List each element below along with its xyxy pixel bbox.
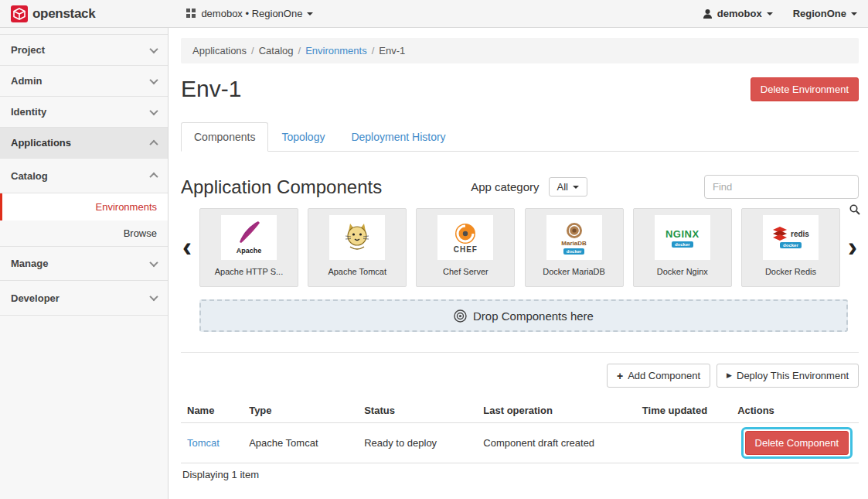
sidebar-item-label: Admin	[11, 75, 42, 87]
component-card-label: Apache Tomcat	[328, 267, 386, 276]
component-last-operation-cell: Component draft created	[477, 423, 636, 463]
openstack-brand[interactable]: openstack	[11, 5, 95, 22]
component-card-label: Docker MariaDB	[543, 267, 605, 276]
project-region-switcher[interactable]: demobox • RegionOne	[186, 8, 313, 19]
sidebar-item-admin[interactable]: Admin	[0, 66, 168, 97]
find-input[interactable]	[704, 175, 859, 199]
sidebar-item-label: Developer	[11, 292, 60, 304]
sidebar-item-catalog[interactable]: Catalog	[0, 159, 168, 193]
sidebar-item-applications[interactable]: Applications	[0, 128, 168, 159]
sidebar-item-developer[interactable]: Developer	[0, 281, 168, 316]
chevron-down-icon	[149, 75, 158, 84]
sidebar-item-identity[interactable]: Identity	[0, 97, 168, 128]
delete-component-button[interactable]: Delete Component	[745, 431, 849, 455]
component-card-chef-server[interactable]: CHEF Chef Server	[416, 208, 515, 287]
find-wrap	[704, 175, 859, 199]
component-status-cell: Ready to deploy	[358, 423, 477, 463]
topbar-right: demobox RegionOne	[703, 8, 857, 19]
grid-icon	[186, 9, 196, 19]
drop-components-zone[interactable]: Drop Components here	[199, 299, 848, 332]
sidebar-item-label: Identity	[11, 106, 46, 118]
component-cards: Apache Apache HTTP S...	[199, 208, 840, 287]
chevron-up-icon	[149, 173, 158, 181]
tab-topology[interactable]: Topology	[268, 122, 338, 152]
col-type: Type	[243, 398, 358, 423]
sidebar-item-label: Project	[11, 44, 45, 56]
search-icon[interactable]	[849, 204, 860, 215]
component-card-label: Docker Redis	[765, 267, 816, 276]
add-component-button[interactable]: + Add Component	[607, 364, 710, 388]
table-header-row: Name Type Status Last operation Time upd…	[181, 398, 859, 423]
component-card-apache-http[interactable]: Apache Apache HTTP S...	[199, 208, 298, 287]
chevron-down-icon	[307, 12, 313, 15]
component-card-docker-mariadb[interactable]: MariaDB docker Docker MariaDB	[525, 208, 624, 287]
breadcrumb: Applications/Catalog/Environments/Env-1	[181, 38, 859, 63]
plus-icon: +	[617, 371, 623, 381]
dropzone-label: Drop Components here	[473, 309, 594, 323]
col-status: Status	[358, 398, 477, 423]
table-footer: Displaying 1 item	[181, 463, 859, 486]
region-menu-label: RegionOne	[793, 8, 846, 19]
top-navbar: openstack demobox • RegionOne demobox Re…	[0, 0, 868, 28]
chevron-down-icon	[149, 258, 158, 266]
sidebar-item-environments[interactable]: Environments	[0, 193, 168, 220]
component-card-label: Chef Server	[443, 267, 488, 276]
col-name: Name	[181, 398, 243, 423]
component-card-docker-nginx[interactable]: NGINX docker Docker Nginx	[633, 208, 732, 287]
tab-deployment-history[interactable]: Deployment History	[338, 122, 458, 152]
section-title: Application Components	[181, 176, 382, 198]
openstack-logo-icon	[11, 5, 28, 22]
table-toolbar: + Add Component ▶ Deploy This Environmen…	[181, 364, 859, 388]
chevron-down-icon	[573, 186, 579, 189]
docker-badge: docker	[780, 242, 802, 248]
chevron-down-icon	[767, 12, 773, 15]
component-type-cell: Apache Tomcat	[243, 423, 358, 463]
components-carousel: ‹ Apache Apache HTTP S...	[181, 208, 859, 287]
chevron-down-icon	[149, 106, 158, 114]
category-dropdown[interactable]: All	[549, 177, 587, 197]
section-divider	[181, 352, 859, 353]
col-last-operation: Last operation	[477, 398, 636, 423]
tab-components[interactable]: Components	[181, 122, 268, 152]
sidebar-spacer	[0, 28, 168, 35]
delete-environment-button[interactable]: Delete Environment	[751, 77, 859, 101]
region-menu[interactable]: RegionOne	[793, 8, 857, 19]
page-title: Env-1	[181, 76, 241, 102]
chef-swirl-icon: CHEF	[437, 215, 493, 260]
sidebar-item-browse[interactable]: Browse	[0, 220, 168, 246]
user-icon	[703, 9, 713, 19]
focus-highlight-ring: Delete Component	[741, 427, 853, 459]
carousel-prev-button[interactable]: ‹	[181, 234, 193, 261]
chevron-up-icon	[149, 139, 158, 148]
component-card-apache-tomcat[interactable]: Apache Tomcat	[308, 208, 407, 287]
mariadb-seal-icon: MariaDB docker	[546, 215, 602, 260]
brand-wordmark: openstack	[32, 6, 95, 22]
carousel-next-button[interactable]: ›	[846, 234, 859, 261]
deploy-environment-button[interactable]: ▶ Deploy This Environment	[717, 364, 859, 388]
chevron-down-icon	[149, 292, 158, 301]
sidebar-item-project[interactable]: Project	[0, 35, 168, 66]
breadcrumb-applications: Applications	[192, 45, 247, 56]
sidebar-item-label: Browse	[124, 227, 157, 239]
breadcrumb-environments-link[interactable]: Environments	[305, 45, 366, 56]
chevron-down-icon	[149, 44, 158, 53]
tab-bar: Components Topology Deployment History	[181, 122, 859, 152]
sidebar-nav: Project Admin Identity Applications Cata…	[0, 28, 168, 499]
components-table: Name Type Status Last operation Time upd…	[181, 398, 859, 463]
component-card-label: Apache HTTP S...	[215, 267, 283, 276]
component-card-label: Docker Nginx	[657, 267, 708, 276]
project-region-label: demobox • RegionOne	[201, 8, 302, 19]
app-category-label: App category	[471, 180, 539, 193]
sidebar-item-label: Applications	[11, 137, 71, 149]
user-menu[interactable]: demobox	[703, 8, 773, 19]
sidebar-item-label: Manage	[11, 258, 48, 269]
add-component-label: Add Component	[628, 370, 700, 381]
component-time-updated-cell	[636, 423, 731, 463]
component-name-link[interactable]: Tomcat	[187, 437, 220, 449]
sidebar-item-manage[interactable]: Manage	[0, 246, 168, 281]
chevron-down-icon	[851, 12, 857, 15]
category-dropdown-value: All	[557, 181, 568, 193]
main-content: Applications/Catalog/Environments/Env-1 …	[168, 28, 868, 499]
docker-badge: docker	[672, 241, 693, 248]
component-card-docker-redis[interactable]: redis docker Docker Redis	[741, 208, 840, 287]
